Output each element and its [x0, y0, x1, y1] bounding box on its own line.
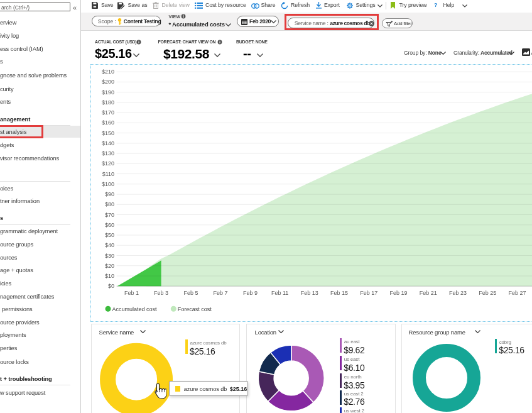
svg-text:Feb 1: Feb 1 [124, 290, 139, 296]
svg-text:Feb 13: Feb 13 [301, 290, 318, 296]
svg-text:$20: $20 [105, 263, 114, 269]
svg-text:$200: $200 [102, 79, 114, 85]
svg-text:$70: $70 [105, 212, 114, 218]
svg-text:$90: $90 [105, 191, 114, 197]
svg-text:$160: $160 [102, 119, 114, 126]
svg-text:$110: $110 [102, 171, 114, 177]
svg-text:$150: $150 [102, 130, 114, 136]
svg-text:Feb 7: Feb 7 [214, 290, 228, 296]
svg-text:$120: $120 [102, 160, 114, 167]
svg-text:Feb 19: Feb 19 [390, 290, 408, 296]
svg-text:Feb 3: Feb 3 [154, 290, 168, 296]
svg-text:$40: $40 [105, 242, 114, 248]
svg-text:$180: $180 [102, 99, 114, 106]
svg-text:$80: $80 [105, 201, 114, 207]
svg-text:Feb 21: Feb 21 [420, 290, 437, 296]
svg-text:Feb 17: Feb 17 [360, 290, 377, 296]
svg-text:Feb 27: Feb 27 [508, 290, 526, 296]
svg-text:$170: $170 [102, 109, 114, 116]
svg-text:Feb 23: Feb 23 [449, 290, 467, 296]
svg-text:Feb 15: Feb 15 [330, 290, 348, 296]
svg-text:Feb 9: Feb 9 [243, 290, 258, 296]
svg-text:$50: $50 [105, 232, 114, 238]
svg-text:$190: $190 [102, 89, 114, 96]
svg-text:$10: $10 [105, 273, 114, 279]
svg-text:Accumulated cost: Accumulated cost [112, 306, 158, 312]
svg-text:$0: $0 [108, 283, 114, 289]
svg-text:$30: $30 [105, 253, 114, 259]
svg-text:$60: $60 [105, 222, 114, 228]
svg-text:$140: $140 [102, 140, 114, 146]
svg-text:Forecast cost: Forecast cost [178, 306, 212, 312]
svg-text:Feb 5: Feb 5 [183, 290, 198, 296]
svg-text:$100: $100 [102, 181, 114, 187]
svg-text:Feb 11: Feb 11 [271, 290, 288, 296]
svg-text:$130: $130 [102, 150, 114, 157]
svg-text:Feb 25: Feb 25 [479, 290, 496, 296]
svg-text:$210: $210 [102, 69, 114, 75]
